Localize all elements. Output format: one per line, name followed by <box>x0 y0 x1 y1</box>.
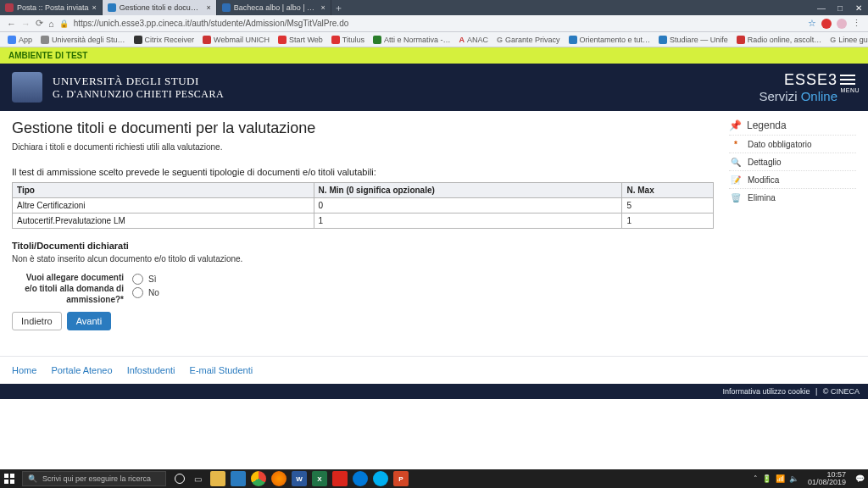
brand-online: Online <box>801 89 837 103</box>
edge-icon[interactable] <box>353 471 368 486</box>
tab-albo[interactable]: Bacheca albo | albo | Università × <box>217 0 331 15</box>
legend-label: Elimina <box>748 193 776 202</box>
bookmark-item[interactable]: Citrix Receiver <box>131 34 198 46</box>
legend-title: 📌 Legenda <box>729 119 856 131</box>
tab-mail[interactable]: Posta :: Posta inviata × <box>0 0 103 15</box>
bookmark-label: Università degli Stu… <box>52 36 125 44</box>
cell-max: 1 <box>622 214 714 229</box>
tray-chevron-icon[interactable]: ˄ <box>754 474 758 483</box>
uni-name-line1: UNIVERSITÀ DEGLI STUDI <box>53 75 224 88</box>
footer-link-infostudenti[interactable]: Infostudenti <box>127 365 175 375</box>
bookmark-label: Garante Privacy <box>505 36 560 44</box>
taskbar-clock[interactable]: 10:57 01/08/2019 <box>803 471 851 486</box>
radio-no-input[interactable] <box>132 287 143 298</box>
bookmark-label: Studiare — Unife <box>670 36 728 44</box>
star-icon[interactable]: ☆ <box>808 18 816 29</box>
forward-button[interactable]: → <box>21 19 31 29</box>
excel-icon[interactable]: X <box>312 471 327 486</box>
next-button[interactable]: Avanti <box>67 312 111 330</box>
uni-name-line2: G. D'ANNUNZIO CHIETI PESCARA <box>53 88 224 101</box>
university-name: UNIVERSITÀ DEGLI STUDI G. D'ANNUNZIO CHI… <box>53 75 224 101</box>
radio-no[interactable]: No <box>132 286 159 299</box>
cortana-icon[interactable] <box>175 474 185 484</box>
bookmark-label: Citrix Receiver <box>145 36 195 44</box>
lock-icon: 🔒 <box>59 19 69 28</box>
brand-esse3: ESSE3 Servizi Online <box>759 71 837 103</box>
footer-links: Home Portale Ateneo Infostudenti E-mail … <box>0 356 868 384</box>
bookmark-item[interactable]: Webmail UNICH <box>200 34 272 46</box>
pin-icon: 📌 <box>729 119 742 131</box>
store-icon[interactable] <box>231 471 246 486</box>
battery-icon[interactable]: 🔋 <box>762 474 771 483</box>
tab-esse3[interactable]: Gestione titoli e documenti per × <box>103 0 217 15</box>
wifi-icon[interactable]: 📶 <box>776 474 785 483</box>
menu-button[interactable]: MENU <box>840 72 860 93</box>
explorer-icon[interactable] <box>210 471 225 486</box>
footer-link-portale[interactable]: Portale Ateneo <box>51 365 112 375</box>
home-button[interactable]: ⌂ <box>48 19 54 29</box>
bookmark-item[interactable]: Studiare — Unife <box>656 34 731 46</box>
bookmark-item[interactable]: Atti e Normativa -… <box>370 34 453 46</box>
footer-link-home[interactable]: Home <box>12 365 36 375</box>
cell-tipo: Autocertif.Prevalutazione LM <box>13 214 314 229</box>
bookmark-item[interactable]: Start Web <box>275 34 326 46</box>
taskview-icon[interactable]: ▭ <box>190 471 205 486</box>
trash-icon: 🗑️ <box>731 192 741 202</box>
powerpoint-icon[interactable]: P <box>393 471 409 486</box>
section-lead: Il test di ammissione scelto prevede le … <box>12 167 714 177</box>
volume-icon[interactable]: 🔈 <box>789 474 798 483</box>
bookmark-label: Orientamento e tut… <box>580 36 651 44</box>
clock-date: 01/08/2019 <box>808 479 846 486</box>
url-field[interactable]: https://unich.esse3.pp.cineca.it/auth/st… <box>74 19 803 28</box>
extension-icon[interactable] <box>837 19 847 29</box>
word-icon[interactable]: W <box>292 471 307 486</box>
close-icon[interactable]: × <box>92 3 97 12</box>
legend-item-detail: 🔍 Dettaglio <box>729 152 856 170</box>
acrobat-icon[interactable] <box>332 471 348 486</box>
skype-icon[interactable] <box>373 471 388 486</box>
bookmark-item[interactable]: GGarante Privacy <box>494 34 563 46</box>
apps-button[interactable]: App <box>5 34 35 46</box>
legend-title-text: Legenda <box>747 119 787 131</box>
radio-yes[interactable]: Sì <box>132 272 159 286</box>
footer-link-email[interactable]: E-mail Studenti <box>190 365 253 375</box>
radio-yes-input[interactable] <box>132 274 143 285</box>
declared-heading: Titoli/Documenti dichiarati <box>12 241 714 251</box>
taskbar-search[interactable]: 🔍 Scrivi qui per eseguire la ricerca <box>22 471 166 486</box>
chrome-icon[interactable] <box>251 471 266 486</box>
close-icon[interactable]: × <box>207 3 211 12</box>
cookies-link[interactable]: Informativa utilizzo cookie <box>722 387 810 396</box>
favicon-albo <box>222 3 231 12</box>
reload-button[interactable]: ⟳ <box>36 18 43 29</box>
bookmark-label: Webmail UNICH <box>214 36 270 44</box>
bookmark-item[interactable]: Orientamento e tut… <box>566 34 654 46</box>
bookmark-item[interactable]: AANAC <box>457 34 492 46</box>
minimize-button[interactable]: — <box>812 0 831 15</box>
notifications-icon[interactable]: 💬 <box>855 474 865 483</box>
taskbar-pinned: ▭ W X P <box>175 471 409 486</box>
cell-max: 5 <box>622 198 714 214</box>
brand-line2: Servizi Online <box>759 89 837 103</box>
bookmark-item[interactable]: Radio online, ascolt… <box>734 34 825 46</box>
back-button[interactable]: Indietro <box>12 312 62 330</box>
cell-min: 1 <box>314 214 622 229</box>
taskbar: 🔍 Scrivi qui per eseguire la ricerca ▭ W… <box>0 469 868 488</box>
menu-kebab-icon[interactable]: ⋮ <box>852 18 861 29</box>
cineca-link[interactable]: © CINECA <box>823 387 860 396</box>
bookmark-item[interactable]: Titulus <box>329 34 367 46</box>
bookmark-item[interactable]: Università degli Stu… <box>38 34 128 46</box>
cell-min: 0 <box>314 198 622 214</box>
legend-item-delete: 🗑️ Elimina <box>729 188 856 206</box>
start-button[interactable] <box>0 469 19 488</box>
close-window-button[interactable]: ✕ <box>849 0 868 15</box>
legend-label: Dato obbligatorio <box>748 140 812 149</box>
window-controls: — □ ✕ <box>812 0 868 15</box>
firefox-icon[interactable] <box>271 471 287 486</box>
new-tab-button[interactable]: ＋ <box>331 0 347 15</box>
maximize-button[interactable]: □ <box>831 0 849 15</box>
bookmark-item[interactable]: GLinee guida del Gar… <box>827 34 868 46</box>
close-icon[interactable]: × <box>321 3 326 12</box>
legend-panel: 📌 Legenda * Dato obbligatorio 🔍 Dettagli… <box>729 119 856 330</box>
extension-icon[interactable] <box>821 19 832 29</box>
back-button[interactable]: ← <box>7 19 16 29</box>
